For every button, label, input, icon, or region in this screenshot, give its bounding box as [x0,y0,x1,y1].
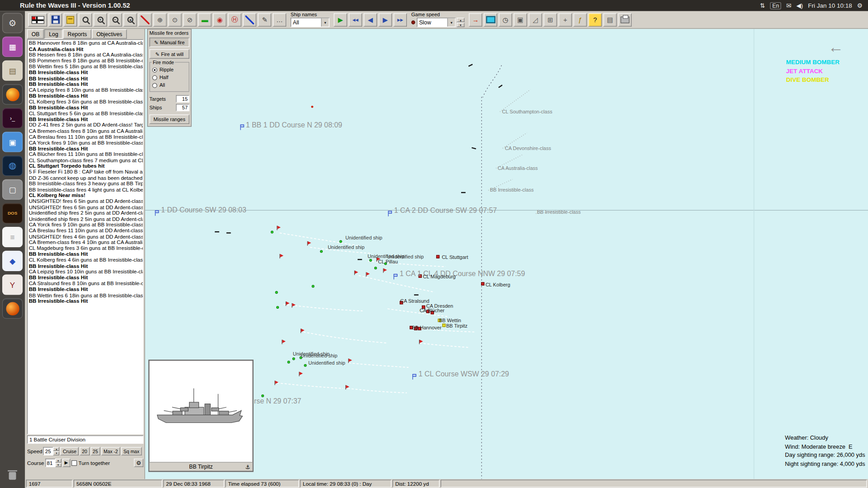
volume-icon[interactable]: ◀) [796,2,803,9]
dock-browser-orange-icon[interactable] [2,298,23,319]
speed-preset-button[interactable]: 25 [90,447,100,455]
dock-settings-icon[interactable]: ⚙ [2,13,23,33]
log-entry[interactable]: CL Kolberg fires 4 6in guns at BB Irresi… [29,257,142,263]
dock-wine-icon[interactable]: Y [2,274,23,295]
division-title[interactable]: 1 Battle Cruiser Division [27,436,143,444]
radio-icon[interactable] [152,83,157,88]
radio-icon[interactable] [152,75,157,80]
mail-icon[interactable]: ✉ [786,2,791,9]
turn-together-checkbox[interactable]: Turn together [71,460,110,466]
spin-down-icon[interactable]: ▼ [55,463,61,467]
toolbar-pencil-tool-button[interactable]: ✎ [258,13,271,26]
log-entry[interactable]: UNSIGHTED! fires 6 5in guns at DD Ardent… [29,199,142,205]
toolbar-formation-circle-button[interactable]: ⊕ [153,13,166,26]
spin-down-icon[interactable]: ▼ [53,451,59,455]
log-entry[interactable]: BB Irresistible-class Hit [29,298,142,304]
toolbar-plot-line-blue-button[interactable] [243,13,256,26]
division-settings-button[interactable]: ⚙ [134,459,143,467]
dock-dosbox-icon[interactable]: DOS [2,203,23,223]
toolbar-target-mode-button[interactable]: ◉ [213,13,226,26]
toolbar-clock-button[interactable]: ◷ [499,13,512,26]
fire-at-will-button[interactable]: ✎ Fire at will [150,49,189,59]
dropdown-arrow-icon[interactable]: ▼ [321,18,329,26]
game-speed-spinner[interactable]: ▲ ▼ [457,18,464,27]
log-entry[interactable]: CL Kolberg fires 3 6in guns at BB Irresi… [29,99,142,105]
tab-ob[interactable]: OB [27,29,44,39]
dock-virtualbox-icon[interactable]: ◆ [2,251,23,271]
toolbar-green-bar-button[interactable]: ▬ [198,13,211,26]
toolbar-time-circle-button[interactable]: ⊙ [168,13,181,26]
toolbar-labels-button[interactable]: ▣ [514,13,527,26]
course-spin-arrows[interactable]: ▲ ▼ [55,459,61,467]
toolbar-step-back-fast-button[interactable]: ◀◀ [349,13,362,26]
toolbar-range-rings-button[interactable]: ⊘ [183,13,196,26]
toolbar-grid-button[interactable]: ⊞ [543,13,557,26]
toolbar-zoom-window-button[interactable] [79,13,92,26]
spin-up-icon[interactable]: ▲ [53,447,59,451]
course-value[interactable]: 81 [45,459,55,467]
game-speed-dropdown[interactable]: Slow ▼ [417,18,456,27]
toolbar-play-button[interactable]: ▶ [334,13,347,26]
speed-preset-button[interactable]: Cruise [61,447,79,455]
toolbar-plot-line-red-button[interactable] [138,13,151,26]
speed-preset-button[interactable]: Max -2 [101,447,120,455]
toolbar-map-screen-button[interactable] [484,13,497,26]
dock-trash-button[interactable] [2,465,23,486]
anchor-icon[interactable]: ⚓ [245,464,250,470]
speed-spin-arrows[interactable]: ▲ ▼ [53,447,59,455]
toolbar-crosshair-button[interactable]: + [559,13,572,26]
toolbar-help-button[interactable]: ? [589,13,602,26]
toolbar-dotted-line-tool-button[interactable]: … [273,13,286,26]
dock-media-player-icon[interactable]: ▣ [2,131,23,152]
dock-text-editor-icon[interactable]: ≡ [2,227,23,247]
spin-up-icon[interactable]: ▲ [55,459,61,463]
toolbar-log-book-button[interactable] [64,13,77,26]
toolbar-step-forward-button[interactable]: ▶ [379,13,392,26]
dropdown-arrow-icon[interactable]: ▼ [447,18,455,26]
toolbar-zoom-out-button[interactable]: − [108,13,122,26]
manual-fire-button[interactable]: ✎ Manual fire [150,38,189,47]
log-entry[interactable]: BB Irresistible-class Hit [29,70,142,75]
dock-passwords-icon[interactable]: ◍ [2,155,23,176]
toolbar-save-button[interactable] [49,13,62,26]
log-entry[interactable]: CA Breslau fires 11 10in guns at DD Arde… [29,228,142,234]
toolbar-protractor-button[interactable]: ◿ [528,13,542,26]
toolbar-zoom-back-button[interactable]: ◂ [123,13,137,26]
speed-preset-button[interactable]: Sq max [121,447,142,455]
log-entry[interactable]: BB Hannover fires 8 18in guns at CA Aust… [29,40,142,46]
missile-ranges-button[interactable]: Missile ranges [150,114,189,124]
toolbar-step-forward-fast-button[interactable]: ▶▶ [394,13,407,26]
keyboard-layout-indicator[interactable]: En [770,2,781,9]
speed-value[interactable]: 25 [43,447,53,455]
dock-terminal-icon[interactable]: ›_ [2,108,23,128]
toolbar-end-turn-button[interactable]: → [469,13,482,26]
radio-icon[interactable] [152,67,157,72]
session-gear-icon[interactable]: ⚙ [857,2,863,9]
dock-firefox-icon[interactable] [2,84,23,104]
toolbar-lightning-button[interactable]: ƒ [574,13,587,26]
course-pointer-button[interactable]: ▶ [62,459,70,467]
ship-names-dropdown[interactable]: All ▼ [291,18,330,27]
tab-objectives[interactable]: Objectives [92,29,127,39]
speed-preset-button[interactable]: 20 [80,447,89,455]
toolbar-german-ensign-button[interactable] [28,13,47,26]
system-clock[interactable]: Fri Jan 10 10:18 [808,2,852,9]
dock-archive-manager-icon[interactable]: ▢ [2,179,23,200]
toolbar-hold-fire-button[interactable]: Ⓗ [228,13,241,26]
log-entry[interactable]: CA Leipzig fires 10 10in guns at BB Irre… [29,269,142,275]
keyboard-arrows-icon[interactable]: ⇅ [760,2,765,9]
log-entry[interactable]: CA Yorck fires 9 10in guns at BB Irresis… [29,140,142,146]
battle-log-list[interactable]: BB Hannover fires 8 18in guns at CA Aust… [27,39,143,434]
log-entry[interactable]: 5 F Fieseler Fi 180 B : CAP take off fro… [29,169,142,175]
spin-up-icon[interactable]: ▲ [457,18,464,22]
log-entry[interactable]: BB Irresistible-class Hit [29,286,142,292]
speed-stepper[interactable]: 25 ▲ ▼ [43,447,60,455]
toolbar-zoom-in-button[interactable]: + [94,13,107,26]
dock-software-center-icon[interactable]: ▦ [2,37,23,57]
tab-log[interactable]: Log [45,29,63,39]
log-entry[interactable]: CA Bremen-class fires 8 10in guns at CA … [29,128,142,134]
toolbar-step-back-button[interactable]: ◀ [363,13,377,26]
log-entry[interactable]: BB Hessen fires 8 18in guns at CA Austra… [29,52,142,58]
dock-files-icon[interactable]: ▤ [2,60,23,80]
course-stepper[interactable]: 81 ▲ ▼ [45,459,61,467]
